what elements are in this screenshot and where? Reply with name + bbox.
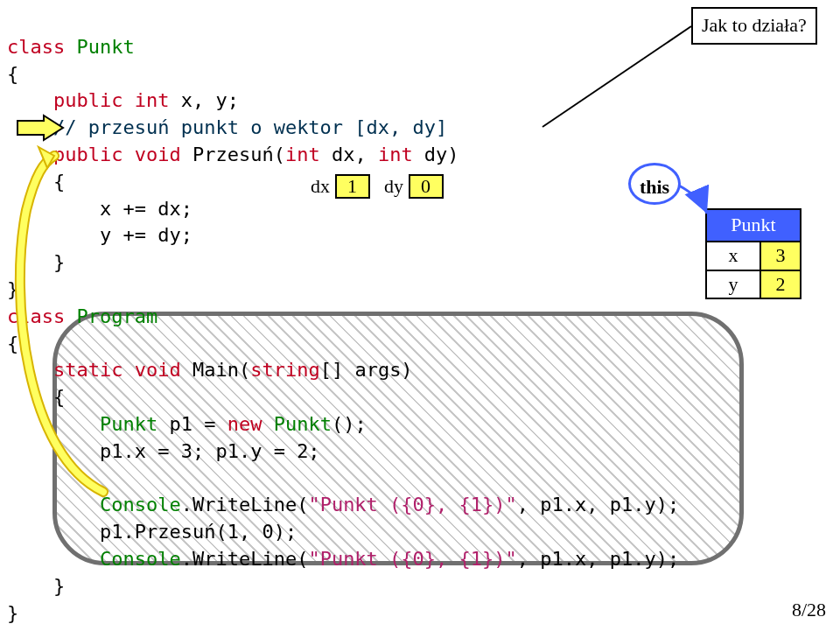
decl-xy: x, y; [169,89,238,111]
stmt-call: p1.Przesuń(1, 0); [7,521,297,543]
kw-public: public [7,89,122,111]
local-dx: dx 1 dy 0 [311,173,444,200]
stmt-assign: p1.x = 3; p1.y = 2; [7,440,320,462]
field-y-value: 2 [761,271,802,300]
method-name: Przesuń( [181,144,285,165]
kw-class2: class [7,305,65,327]
callout-box: Jak to działa? [691,7,817,45]
kw-int: int [122,89,169,111]
kw-void: void [122,144,180,165]
field-x-value: 3 [761,242,802,271]
stmt-y: y += dy; [7,224,192,246]
kw-string: string [250,359,319,381]
stmt-x: x += dx; [7,198,192,220]
kw-public2: public [7,144,122,165]
dx-value: 1 [335,174,370,199]
dy-label: dy [384,175,403,197]
brace: { [7,386,65,408]
comment-line: // przesuń punkt o wektor [dx, dy] [7,116,447,138]
string-lit: "Punkt ({0}, {1})" [308,494,516,515]
field-x-name: x [705,242,761,271]
page-number: 8/28 [792,597,826,624]
callout-text: Jak to działa? [702,14,807,36]
type-program: Program [65,305,158,327]
brace: } [7,251,65,273]
type-punkt: Punkt [76,36,134,58]
type-console2: Console [7,548,181,570]
kw-void2: void [122,359,180,381]
brace: { [7,171,65,193]
code-block: class Punkt { public int x, y; // przesu… [7,7,679,627]
brace: } [7,602,18,624]
kw-int-p2: int [367,144,413,165]
kw-class: class [7,36,65,58]
kw-static: static [7,359,122,381]
kw-new: new [228,413,262,435]
dx-label: dx [311,175,330,197]
object-title: Punkt [705,208,802,242]
string-lit2: "Punkt ({0}, {1})" [308,548,516,570]
this-pointer: this [628,163,681,205]
brace: { [7,333,18,354]
field-y-name: y [705,271,761,300]
type-punkt2: Punkt [7,413,158,435]
object-punkt: Punkt x 3 y 2 [705,208,802,299]
this-label: this [631,174,678,201]
type-console: Console [7,494,181,515]
kw-int-p1: int [285,144,320,165]
dy-value: 0 [409,174,444,199]
brace: } [7,575,65,597]
brace: { [7,63,18,85]
brace: } [7,278,18,300]
